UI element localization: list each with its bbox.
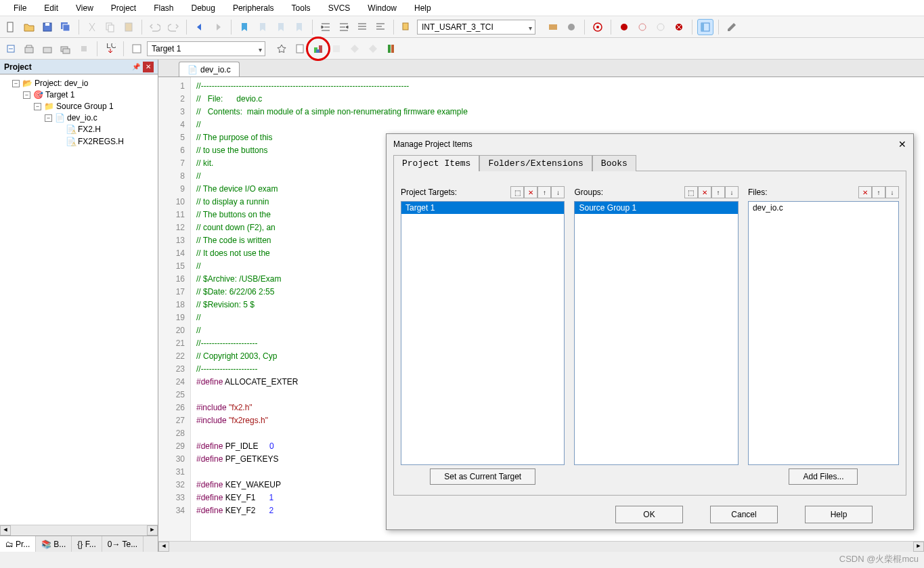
open-file-icon[interactable]: [21, 19, 37, 35]
project-tree[interactable]: −📂Project: dev_io −🎯Target 1 −📁Source Gr…: [0, 74, 158, 525]
breakpoint-enable-icon[interactable]: [634, 19, 651, 35]
tree-inc1[interactable]: FX2.H: [78, 125, 101, 134]
debug-start-icon[interactable]: [590, 19, 606, 35]
move-up-icon[interactable]: ↑: [872, 186, 885, 198]
manage-project-items-icon[interactable]: [310, 41, 326, 57]
bookmark-next-icon[interactable]: [273, 19, 289, 35]
copy-icon[interactable]: [102, 19, 118, 35]
move-up-icon[interactable]: ↑: [711, 186, 725, 198]
bookmark-prev-icon[interactable]: [255, 19, 271, 35]
breakpoint-kill-icon[interactable]: [671, 19, 687, 35]
tree-toggle-icon[interactable]: −: [34, 103, 41, 110]
target-combo[interactable]: Target 1: [147, 41, 265, 56]
delete-icon[interactable]: ✕: [698, 186, 711, 198]
delete-icon[interactable]: ✕: [858, 186, 872, 198]
undo-icon[interactable]: [147, 19, 163, 35]
nav-forward-icon[interactable]: [210, 19, 226, 35]
tree-toggle-icon[interactable]: −: [12, 80, 20, 87]
dialog-close-icon[interactable]: ✕: [898, 139, 906, 150]
files-list[interactable]: dev_io.c: [748, 201, 899, 465]
tab-project-items[interactable]: Project Items: [393, 155, 479, 171]
targets-list[interactable]: Target 1: [401, 201, 565, 465]
select-pack-icon[interactable]: [328, 41, 345, 57]
menu-svcs[interactable]: SVCS: [320, 1, 359, 15]
paste-icon[interactable]: [120, 19, 137, 35]
bookmark-toggle-icon[interactable]: [236, 19, 252, 35]
list-item[interactable]: Target 1: [401, 202, 564, 214]
find-in-files-icon[interactable]: [399, 19, 415, 35]
move-down-icon[interactable]: ↓: [551, 186, 565, 198]
file-extensions-icon[interactable]: [292, 41, 308, 57]
menu-project[interactable]: Project: [103, 1, 144, 15]
tools-icon[interactable]: [563, 19, 579, 35]
config-combo[interactable]: INT_USART_3_TCI: [417, 20, 535, 35]
breakpoint-insert-icon[interactable]: [616, 19, 632, 35]
nav-back-icon[interactable]: [192, 19, 208, 35]
tree-inc2[interactable]: FX2REGS.H: [78, 137, 124, 146]
redo-icon[interactable]: [165, 19, 181, 35]
save-all-icon[interactable]: [58, 19, 74, 35]
tab-functions[interactable]: {} F...: [72, 536, 102, 552]
move-up-icon[interactable]: ↑: [537, 186, 551, 198]
outdent-icon[interactable]: [336, 19, 352, 35]
comment-icon[interactable]: [354, 19, 370, 35]
translate-icon[interactable]: [3, 41, 19, 57]
indent-icon[interactable]: [317, 19, 334, 35]
books-icon[interactable]: [383, 41, 399, 57]
rte-icon[interactable]: [365, 41, 381, 57]
menu-flash[interactable]: Flash: [146, 1, 181, 15]
tab-templates[interactable]: 0→ Te...: [102, 536, 144, 552]
tree-project[interactable]: Project: dev_io: [35, 79, 88, 88]
menu-edit[interactable]: Edit: [36, 1, 66, 15]
options-target-icon[interactable]: [273, 41, 290, 57]
download-icon[interactable]: LOAD: [102, 41, 118, 57]
tree-toggle-icon[interactable]: −: [45, 114, 52, 122]
batch-build-icon[interactable]: [58, 41, 74, 57]
tree-toggle-icon[interactable]: −: [23, 91, 30, 99]
tree-group[interactable]: Source Group 1: [56, 102, 114, 111]
tab-folders-extensions[interactable]: Folders/Extensions: [479, 155, 592, 171]
sidebar-hscroll[interactable]: ◄►: [0, 525, 158, 536]
close-panel-icon[interactable]: ✕: [143, 62, 154, 72]
cancel-button[interactable]: Cancel: [710, 506, 778, 523]
menu-peripherals[interactable]: Peripherals: [225, 1, 282, 15]
move-down-icon[interactable]: ↓: [725, 186, 739, 198]
groups-list[interactable]: Source Group 1: [574, 201, 738, 465]
project-window-icon[interactable]: [129, 41, 145, 57]
new-icon[interactable]: ⬚: [684, 186, 698, 198]
list-item[interactable]: Source Group 1: [575, 202, 737, 214]
new-icon[interactable]: ⬚: [510, 186, 524, 198]
build-icon[interactable]: [21, 41, 37, 57]
tree-target[interactable]: Target 1: [45, 90, 74, 100]
tab-books[interactable]: 📚B...: [36, 536, 72, 552]
tab-books[interactable]: Books: [592, 155, 636, 171]
menu-window[interactable]: Window: [359, 1, 405, 15]
pin-icon[interactable]: 📌: [131, 62, 141, 72]
menu-file[interactable]: File: [5, 1, 35, 15]
cut-icon[interactable]: [84, 19, 100, 35]
menu-view[interactable]: View: [68, 1, 102, 15]
tree-file[interactable]: dev_io.c: [67, 113, 97, 123]
ok-button[interactable]: OK: [615, 506, 683, 523]
list-item[interactable]: dev_io.c: [749, 202, 898, 214]
help-button[interactable]: Help: [805, 506, 873, 523]
tab-project[interactable]: 🗂Pr...: [0, 536, 36, 552]
menu-tools[interactable]: Tools: [284, 1, 319, 15]
breakpoint-disable-icon[interactable]: [653, 19, 669, 35]
set-current-target-button[interactable]: Set as Current Target: [430, 468, 535, 485]
menu-help[interactable]: Help: [406, 1, 439, 15]
bookmark-clear-icon[interactable]: [291, 19, 307, 35]
new-file-icon[interactable]: [3, 19, 19, 35]
configure-icon[interactable]: [724, 19, 740, 35]
stop-build-icon[interactable]: [76, 41, 92, 57]
rebuild-icon[interactable]: [39, 41, 56, 57]
file-tab-devio[interactable]: 📄dev_io.c: [179, 62, 240, 77]
uncomment-icon[interactable]: [372, 19, 389, 35]
move-down-icon[interactable]: ↓: [885, 186, 899, 198]
debug-settings-icon[interactable]: [545, 19, 561, 35]
add-files-button[interactable]: Add Files...: [789, 468, 858, 485]
menu-debug[interactable]: Debug: [183, 1, 223, 15]
delete-icon[interactable]: ✕: [524, 186, 537, 198]
editor-hscroll[interactable]: ◄►: [158, 541, 924, 552]
pack-installer-icon[interactable]: [347, 41, 363, 57]
